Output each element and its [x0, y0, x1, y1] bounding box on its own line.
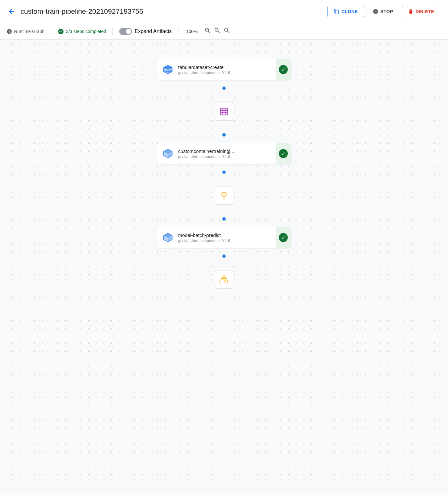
- node-info-1: tabulardataset-create gcr.io/…line-compo…: [178, 64, 270, 75]
- svg-point-17: [225, 280, 228, 283]
- zoom-out-icon[interactable]: [214, 27, 221, 36]
- node-name-2: customcontainertrainingj…: [178, 148, 270, 154]
- divider-3: [178, 28, 178, 35]
- line-5b: [224, 258, 224, 271]
- success-check-3: [279, 233, 288, 242]
- node-status-3: [276, 227, 291, 248]
- line-3b: [224, 174, 224, 187]
- cube-icon-3: [162, 232, 174, 243]
- line-3a: [224, 164, 224, 171]
- line-2a: [224, 121, 224, 133]
- expand-artifacts-label: Expand Artifacts: [135, 29, 172, 34]
- svg-rect-16: [220, 280, 223, 283]
- runtime-graph-tab[interactable]: Runtime Graph: [6, 29, 45, 34]
- dot-3: [222, 171, 226, 174]
- line-4a: [224, 205, 224, 217]
- toolbar: Runtime Graph 3/3 steps completed Expand…: [0, 23, 448, 40]
- divider-1: [51, 28, 51, 35]
- dot-4: [222, 217, 226, 221]
- node-name-3: model-batch-predict: [178, 232, 270, 238]
- pipeline-graph: tabulardataset-create gcr.io/…line-compo…: [147, 59, 301, 289]
- dot-1: [222, 87, 226, 90]
- delete-label: DELETE: [416, 9, 434, 14]
- node-subtitle-1: gcr.io/…line-components:0.1.6: [178, 71, 270, 75]
- stop-label: STOP: [380, 9, 393, 14]
- stop-button[interactable]: STOP: [367, 6, 399, 17]
- line-2b: [224, 137, 224, 143]
- line-1a: [224, 80, 224, 87]
- connector-2: [222, 121, 226, 143]
- node-main-1: tabulardataset-create gcr.io/…line-compo…: [157, 59, 276, 80]
- dot-2: [222, 133, 226, 137]
- success-check-1: [279, 65, 288, 74]
- steps-label: 3/3 steps completed: [66, 29, 106, 34]
- svg-rect-3: [221, 108, 228, 115]
- cube-icon-1: [162, 64, 174, 75]
- line-4b: [224, 221, 224, 227]
- node-status-1: [276, 59, 291, 80]
- zoom-level: 100%: [186, 29, 198, 34]
- page-title: custom-train-pipeline-20210927193756: [21, 7, 328, 16]
- toggle-switch[interactable]: [119, 28, 132, 35]
- runtime-graph-label: Runtime Graph: [14, 29, 45, 34]
- line-1b: [224, 90, 224, 103]
- clone-label: CLONE: [341, 9, 358, 14]
- node-subtitle-3: gcr.io/…line-components:0.1.6: [178, 239, 270, 243]
- header-actions: CLONE STOP DELETE: [328, 6, 440, 17]
- connector-1: [222, 80, 226, 103]
- svg-marker-15: [222, 275, 226, 279]
- node-main-3: model-batch-predict gcr.io/…line-compone…: [157, 227, 276, 248]
- node-tabulardataset-create[interactable]: tabulardataset-create gcr.io/…line-compo…: [157, 59, 291, 80]
- connector-5: [222, 248, 226, 271]
- zoom-in-icon[interactable]: [204, 27, 211, 36]
- divider-2: [112, 28, 113, 35]
- connector-4: [222, 205, 226, 227]
- expand-artifacts-toggle[interactable]: Expand Artifacts: [119, 28, 172, 35]
- line-5a: [224, 248, 224, 255]
- node-status-2: [276, 143, 291, 164]
- node-info-3: model-batch-predict gcr.io/…line-compone…: [178, 232, 270, 243]
- back-button[interactable]: [8, 8, 15, 15]
- node-customcontainer[interactable]: customcontainertrainingj… gcr.io/…line-c…: [157, 143, 291, 164]
- header: custom-train-pipeline-20210927193756 CLO…: [0, 0, 448, 23]
- artifact-table[interactable]: [215, 103, 233, 121]
- artifact-shapes[interactable]: [215, 271, 233, 289]
- dot-5: [222, 255, 226, 258]
- cube-icon-2: [162, 148, 174, 159]
- delete-button[interactable]: DELETE: [402, 6, 440, 17]
- node-model-batch-predict[interactable]: model-batch-predict gcr.io/…line-compone…: [157, 227, 291, 248]
- connector-3: [222, 164, 226, 187]
- steps-completed: 3/3 steps completed: [58, 28, 106, 35]
- node-info-2: customcontainertrainingj… gcr.io/…line-c…: [178, 148, 270, 159]
- clone-button[interactable]: CLONE: [328, 6, 364, 17]
- zoom-controls: [204, 27, 230, 36]
- node-main-2: customcontainertrainingj… gcr.io/…line-c…: [157, 143, 276, 164]
- node-name-1: tabulardataset-create: [178, 64, 270, 70]
- node-subtitle-2: gcr.io/…line-components:0.1.6: [178, 155, 270, 159]
- artifact-bulb[interactable]: [215, 187, 233, 205]
- pipeline-canvas: tabulardataset-create gcr.io/…line-compo…: [0, 40, 448, 495]
- success-check-2: [279, 149, 288, 158]
- zoom-reset-icon[interactable]: [223, 27, 230, 36]
